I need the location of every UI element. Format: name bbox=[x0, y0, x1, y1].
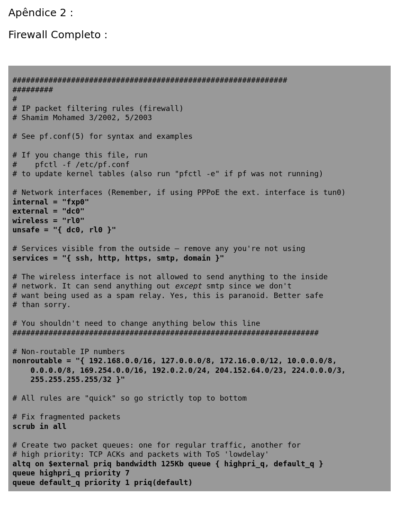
code-line: # bbox=[12, 94, 17, 103]
code-line: 255.255.255.255/32 }" bbox=[12, 375, 125, 384]
code-line: # Non-routable IP numbers bbox=[12, 347, 125, 356]
code-line: ########################################… bbox=[12, 76, 287, 84]
code-line: # network. It can send anything out bbox=[12, 281, 175, 290]
document-page: Apêndice 2 : Firewall Completo : #######… bbox=[0, 0, 399, 500]
code-line: # Shamim Mohamed 3/2002, 5/2003 bbox=[12, 113, 152, 122]
code-line: nonroutable = "{ 192.168.0.0/16, 127.0.0… bbox=[12, 356, 337, 365]
code-line: 0.0.0.0/8, 169.254.0.0/16, 192.0.2.0/24,… bbox=[12, 366, 346, 374]
code-line: # than sorry. bbox=[12, 300, 71, 309]
code-line: external = "dc0" bbox=[12, 207, 84, 215]
code-line: # All rules are "quick" so go strictly t… bbox=[12, 394, 247, 402]
code-line: altq on $external priq bandwidth 125Kb q… bbox=[12, 459, 323, 468]
code-line: # want being used as a spam relay. Yes, … bbox=[12, 291, 323, 300]
code-line: # Create two packet queues: one for regu… bbox=[12, 441, 301, 449]
code-line: # Network interfaces (Remember, if using… bbox=[12, 188, 346, 197]
code-line: queue highpri_q priority 7 bbox=[12, 468, 130, 477]
code-line: internal = "fxp0" bbox=[12, 197, 89, 206]
code-line: wireless = "rl0" bbox=[12, 216, 84, 225]
code-block: ########################################… bbox=[8, 66, 391, 491]
code-line: services = "{ ssh, http, https, smtp, do… bbox=[12, 254, 224, 262]
code-line: # The wireless interface is not allowed … bbox=[12, 272, 328, 281]
code-line: smtp since we don't bbox=[202, 281, 292, 290]
page-subtitle: Firewall Completo : bbox=[8, 29, 391, 41]
code-line: ######### bbox=[12, 85, 53, 94]
page-title: Apêndice 2 : bbox=[8, 7, 391, 19]
code-line: # If you change this file, run bbox=[12, 150, 148, 159]
code-line: # Services visible from the outside — re… bbox=[12, 244, 305, 253]
code-line: # to update kernel tables (also run "pfc… bbox=[12, 169, 323, 178]
code-line: # high priority: TCP ACKs and packets wi… bbox=[12, 450, 269, 458]
code-line: # You shouldn't need to change anything … bbox=[12, 319, 260, 328]
code-line: queue default_q priority 1 priq(default) bbox=[12, 478, 192, 487]
code-line: # IP packet filtering rules (firewall) bbox=[12, 104, 184, 113]
code-line: unsafe = "{ dc0, rl0 }" bbox=[12, 225, 116, 234]
code-line: # pfctl -f /etc/pf.conf bbox=[12, 160, 130, 169]
code-line-italic: except bbox=[175, 281, 202, 290]
code-line: ########################################… bbox=[12, 328, 319, 337]
code-line: # See pf.conf(5) for syntax and examples bbox=[12, 132, 192, 140]
code-line: scrub in all bbox=[12, 422, 66, 431]
code-line: # Fix fragmented packets bbox=[12, 412, 121, 421]
